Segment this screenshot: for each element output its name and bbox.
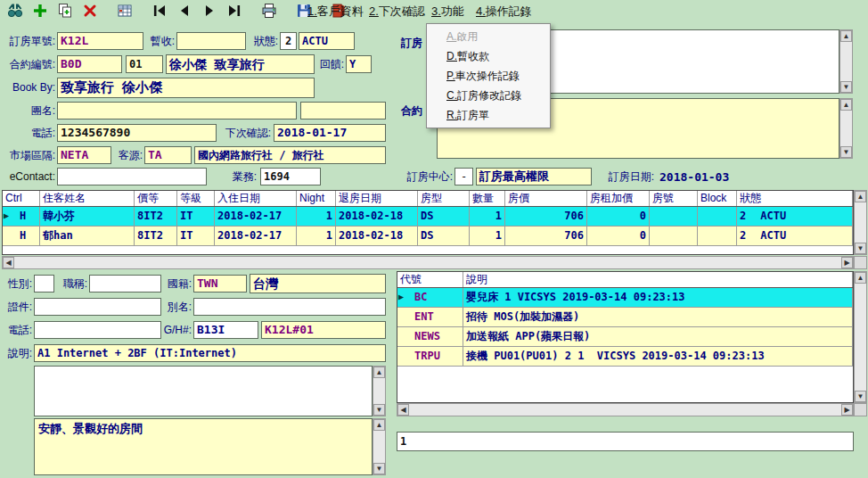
col-header-rate-tier[interactable]: 價等 — [135, 191, 177, 206]
col-header-guest-name[interactable]: 住客姓名 — [40, 191, 135, 206]
source-name-field[interactable]: 國內網路旅行社 / 旅行社 — [194, 146, 386, 164]
col-header-surcharge[interactable]: 房租加價 — [587, 191, 650, 206]
menu-item[interactable]: P.車次操作記錄 — [427, 66, 550, 86]
scroll-right-icon[interactable]: ▶ — [841, 404, 853, 416]
sales-field[interactable]: 1694 — [260, 168, 321, 185]
col-header-ctrl[interactable]: Ctrl — [3, 191, 40, 206]
rooms-grid-vscrollbar[interactable]: ▲ ▼ — [854, 190, 867, 255]
col-header-checkin[interactable]: 入住日期 — [215, 191, 297, 206]
col-header-status[interactable]: 狀態 — [737, 191, 853, 206]
next-record-button[interactable] — [198, 2, 220, 21]
feedback-field[interactable]: Y — [346, 55, 372, 73]
scroll-up-icon[interactable]: ▲ — [855, 191, 866, 202]
status-code-field[interactable]: 2 — [280, 32, 297, 50]
service-row[interactable]: TRPU 接機 PU01(PU01) 2 1 VICSYS 2019-03-14… — [397, 347, 853, 367]
find-button[interactable] — [4, 2, 26, 21]
contract-remark-scrollbar[interactable]: ▲ ▼ — [839, 98, 853, 159]
col-header-night[interactable]: Night — [297, 191, 336, 206]
scroll-up-icon[interactable]: ▲ — [373, 419, 385, 431]
col-header-rate[interactable]: 房價 — [505, 191, 587, 206]
print-button[interactable] — [258, 2, 280, 21]
group-field[interactable] — [57, 102, 297, 120]
scroll-down-icon[interactable]: ▼ — [855, 243, 866, 254]
id-doc-field[interactable] — [34, 298, 161, 316]
service-row[interactable]: ▶ BC 嬰兒床 1 VICSYS 2019-03-14 09:23:13 — [397, 288, 853, 308]
contract-no-field[interactable]: B0D — [57, 55, 122, 73]
job-title-field[interactable] — [89, 275, 161, 293]
menubar-item[interactable]: 2.下次確認 — [369, 0, 425, 23]
rooms-grid-hscrollbar[interactable]: ◀ ▶ — [2, 256, 854, 269]
scroll-left-icon[interactable]: ◀ — [397, 404, 409, 416]
col-header-room-type[interactable]: 房型 — [418, 191, 470, 206]
scroll-up-icon[interactable]: ▲ — [855, 272, 866, 284]
col-header-checkout[interactable]: 退房日期 — [336, 191, 418, 206]
alias-field[interactable] — [193, 298, 386, 316]
services-vscrollbar[interactable]: ▲ ▼ — [854, 271, 867, 403]
service-row[interactable]: ENT 招待 MOS(加裝加濕器) — [397, 308, 853, 327]
copy-button[interactable] — [53, 2, 76, 21]
menubar-item[interactable]: 3.功能 — [431, 0, 464, 23]
delete-button[interactable] — [78, 2, 101, 21]
phone-field[interactable]: 1234567890 — [57, 124, 217, 142]
room-note-memo[interactable]: 安靜、景觀好的房間 — [34, 418, 373, 475]
browse-grid-button[interactable] — [113, 2, 135, 21]
nationality-name-field[interactable]: 台灣 — [250, 274, 386, 293]
col-header-qty[interactable]: 數量 — [470, 191, 505, 206]
gh-ref-field[interactable]: K12L#01 — [261, 321, 386, 339]
last-record-button[interactable] — [223, 2, 245, 21]
menubar-item[interactable]: 1.客戶資料 — [307, 0, 364, 23]
center-name-field[interactable]: 訂房最高權限 — [476, 168, 592, 185]
guest-phone-field[interactable] — [34, 321, 161, 339]
econtact-field[interactable] — [57, 168, 207, 185]
booking-no-field[interactable]: K12L — [57, 32, 143, 50]
source-field[interactable]: TA — [144, 146, 192, 164]
col-header-room-no[interactable]: 房號 — [650, 191, 698, 206]
room-note-scrollbar[interactable]: ▲ ▼ — [373, 418, 386, 475]
bookby-field[interactable]: 致享旅行 徐小傑 — [57, 78, 315, 98]
gender-field[interactable] — [34, 275, 54, 293]
guest-desc-field[interactable]: A1 Internet + 2BF (IT:Internet) — [34, 344, 386, 362]
contract-seq-field[interactable]: 01 — [126, 55, 163, 73]
first-record-button[interactable] — [148, 2, 170, 21]
scroll-up-icon[interactable]: ▲ — [840, 30, 852, 42]
next-confirm-field[interactable]: 2018-01-17 — [274, 124, 386, 142]
status-field[interactable]: ACTU — [299, 32, 355, 50]
services-hscrollbar[interactable]: ◀ ▶ — [397, 403, 854, 416]
guest-memo-scrollbar[interactable]: ▲ ▼ — [373, 366, 386, 416]
prev-record-button[interactable] — [173, 2, 195, 21]
market-field[interactable]: NETA — [57, 146, 111, 164]
group-extra-field[interactable] — [300, 102, 386, 120]
scroll-up-icon[interactable]: ▲ — [840, 99, 852, 111]
guest-memo[interactable] — [34, 366, 373, 416]
gh-code-field[interactable]: B13I — [193, 321, 258, 339]
menubar-item[interactable]: 4.操作記錄 — [476, 0, 532, 23]
col-header-code[interactable]: 代號 — [397, 272, 463, 287]
booking-remark-scrollbar[interactable]: ▲ ▼ — [839, 29, 853, 94]
guest-desc-label: 說明: — [2, 344, 32, 362]
scroll-down-icon[interactable]: ▼ — [840, 81, 852, 93]
col-header-desc[interactable]: 說明 — [463, 272, 853, 287]
menu-item[interactable]: D.暫收款 — [427, 46, 550, 66]
service-row[interactable]: NEWS 加送報紙 APP(蘋果日報) — [397, 327, 853, 347]
nationality-field[interactable]: TWN — [193, 275, 247, 293]
center-field[interactable]: - — [454, 168, 473, 185]
scroll-down-icon[interactable]: ▼ — [840, 146, 852, 158]
col-header-level[interactable]: 等級 — [177, 191, 215, 206]
room-row[interactable]: H 郁han 8IT2 IT 2018-02-17 1 2018-02-18 D… — [3, 227, 853, 246]
deposit-field[interactable] — [176, 32, 246, 50]
scroll-right-icon[interactable]: ▶ — [841, 257, 853, 268]
menu-item[interactable]: A.啟用 — [427, 27, 550, 46]
room-row[interactable]: ▶ H 韓小芬 8IT2 IT 2018-02-17 1 2018-02-18 … — [3, 207, 853, 227]
booking-window: 1.客戶資料2.下次確認3.功能4.操作記錄 A.啟用D.暫收款P.車次操作記錄… — [0, 0, 868, 478]
scroll-down-icon[interactable]: ▼ — [373, 404, 385, 416]
menu-item[interactable]: C.訂房修改記錄 — [427, 86, 550, 105]
add-button[interactable] — [29, 2, 51, 21]
col-header-block[interactable]: Block — [698, 191, 737, 206]
contract-name-field[interactable]: 徐小傑 致享旅行 — [166, 54, 315, 74]
scroll-down-icon[interactable]: ▼ — [855, 391, 866, 402]
scroll-down-icon[interactable]: ▼ — [373, 463, 385, 474]
scroll-up-icon[interactable]: ▲ — [373, 367, 385, 378]
menu-item[interactable]: R.訂房單 — [427, 105, 550, 125]
services-footer-field[interactable]: 1 — [397, 432, 854, 451]
scroll-left-icon[interactable]: ◀ — [3, 257, 14, 268]
